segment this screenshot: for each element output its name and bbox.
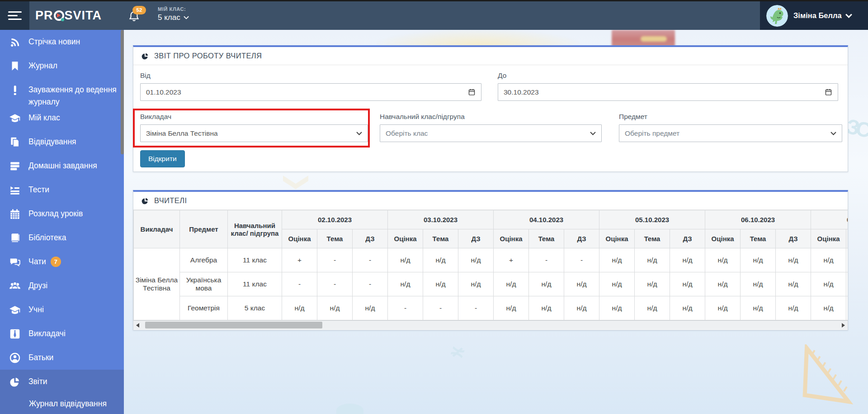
class-field: Навчальний клас/підгрупа Оберіть клас	[380, 113, 602, 142]
graduation-cap-icon	[9, 304, 21, 316]
grade-cell: -	[564, 248, 599, 272]
sidebar-item-label: Учні	[28, 304, 44, 316]
grade-cell: н/д	[599, 296, 635, 320]
date-header: 03.10.2023	[388, 210, 494, 229]
subject-cell: Алгебра	[180, 248, 228, 272]
my-class-dropdown[interactable]: МІЙ КЛАС: 5 клас	[158, 6, 189, 22]
users-icon	[9, 280, 21, 292]
sidebar-item-6[interactable]: Тести	[0, 178, 124, 202]
grade-cell: -	[317, 248, 353, 272]
sidebar-item-9[interactable]: Чати7	[0, 250, 124, 274]
grade-cell: -	[529, 248, 564, 272]
sidebar-item-8[interactable]: Бібліотека	[0, 226, 124, 250]
sidebar-item-0[interactable]: Стрічка новин	[0, 30, 124, 54]
sidebar-item-reports[interactable]: Звіти	[0, 370, 124, 394]
logo-play-icon	[54, 10, 64, 21]
horizontal-scrollbar-thumb[interactable]	[145, 322, 322, 328]
subject-label: Предмет	[619, 113, 842, 121]
sidebar-subitem-attendance-journal[interactable]: Журнал відвідування	[0, 394, 124, 414]
grade-cell: н/д	[388, 272, 423, 296]
teacher-select-value: Зіміна Белла Тестівна	[146, 129, 218, 138]
date-from-field: Від 01.10.2023	[140, 71, 481, 101]
subcolumn-header: Оцінка	[494, 229, 529, 248]
person-circle-icon	[9, 352, 21, 364]
sidebar-item-11[interactable]: Учні	[0, 298, 124, 322]
column-header-subject: Предмет	[180, 210, 228, 248]
table-row: Зіміна Белла ТестівнаАлгебра11 клас+--н/…	[134, 248, 848, 272]
teacher-field: Викладач Зіміна Белла Тестівна	[140, 113, 368, 142]
sidebar-item-7[interactable]: Розклад уроків	[0, 202, 124, 226]
sidebar-item-12[interactable]: Викладачі	[0, 322, 124, 346]
grade-cell: -	[458, 296, 494, 320]
grade-cell: н/д	[353, 296, 388, 320]
sidebar-item-5[interactable]: Домашні завдання	[0, 154, 124, 178]
class-cell: 11 клас	[228, 248, 282, 272]
app-logo: PRSVITA	[35, 1, 102, 30]
open-button[interactable]: Відкрити	[140, 150, 185, 167]
grade-cell: +	[282, 248, 317, 272]
my-class-value: 5 клас	[158, 13, 180, 22]
grade-cell: н/д	[599, 248, 635, 272]
date-to-field: До 30.10.2023	[498, 71, 838, 101]
decorative-set-square	[788, 344, 867, 414]
subcolumn-header: Оцінка	[705, 229, 741, 248]
grade-cell: н/д	[317, 296, 353, 320]
sidebar-item-4[interactable]: Відвідування	[0, 130, 124, 154]
grade-cell: -	[353, 248, 388, 272]
grade-cell: н/д	[811, 248, 846, 272]
pie-icon	[9, 376, 21, 388]
grade-cell: н/д	[776, 272, 811, 296]
subcolumn-header: ДЗ	[776, 229, 811, 248]
grade-cell: н/д	[564, 272, 599, 296]
calendar-icon	[9, 208, 21, 220]
grade-cell: н/д	[529, 296, 564, 320]
sidebar-item-1[interactable]: Журнал	[0, 54, 124, 78]
avatar	[766, 5, 788, 27]
sidebar-item-label: Чати	[28, 256, 46, 268]
grade-cell: н/д	[811, 296, 846, 320]
teacher-name-cell: Зіміна Белла Тестівна	[134, 248, 180, 320]
teachers-panel: ВЧИТЕЛІ ВикладачПредметНавчальний клас/ …	[133, 190, 848, 330]
decorative-chevron-shape	[283, 176, 308, 189]
class-cell: 11 клас	[228, 272, 282, 296]
chevron-down-icon	[845, 14, 852, 18]
class-select[interactable]: Оберіть клас	[380, 124, 602, 142]
sidebar-scrollbar-thumb[interactable]	[121, 30, 124, 154]
hamburger-menu-button[interactable]	[0, 1, 29, 30]
sidebar-item-10[interactable]: Друзі	[0, 274, 124, 298]
date-from-value: 01.10.2023	[146, 88, 181, 96]
sidebar-nav: Стрічка новинЖурналЗауваження до ведення…	[0, 30, 124, 414]
grade-cell: н/д	[741, 296, 776, 320]
grade-cell: н/д	[635, 248, 670, 272]
tests-icon	[9, 184, 21, 196]
decorative-teal-blob	[336, 404, 363, 414]
grade-cell: -	[423, 296, 458, 320]
class-label: Навчальний клас/підгрупа	[380, 113, 602, 121]
date-to-input[interactable]: 30.10.2023	[498, 83, 838, 101]
grade-cell: н/д	[705, 248, 741, 272]
date-from-input[interactable]: 01.10.2023	[140, 83, 481, 101]
sidebar-item-2[interactable]: Зауваження до ведення журналу	[0, 78, 124, 106]
teacher-label: Викладач	[140, 113, 368, 121]
teacher-select[interactable]: Зіміна Белла Тестівна	[140, 124, 368, 142]
panel-title: ВЧИТЕЛІ	[154, 196, 187, 205]
grade-cell: н/д	[564, 296, 599, 320]
scroll-right-arrow[interactable]	[842, 323, 845, 328]
exclamation-icon	[9, 84, 21, 96]
sidebar-item-3[interactable]: Мій клас	[0, 106, 124, 130]
subject-select[interactable]: Оберіть предмет	[619, 124, 842, 142]
sidebar-item-label: Звіти	[28, 376, 47, 388]
column-header-teacher: Викладач	[134, 210, 180, 248]
grade-cell	[846, 296, 848, 320]
grade-cell: -	[317, 272, 353, 296]
date-header: 04.10.2023	[494, 210, 599, 229]
grade-cell: +	[494, 248, 529, 272]
subcolumn-header: Тема	[635, 229, 670, 248]
subcolumn-header: Тема	[529, 229, 564, 248]
book-icon	[9, 232, 21, 244]
sidebar-item-13[interactable]: Батьки	[0, 346, 124, 370]
user-menu[interactable]: Зіміна Белла	[760, 1, 868, 30]
scroll-left-arrow[interactable]	[136, 323, 139, 328]
grade-cell: н/д	[635, 272, 670, 296]
date-header: 02.10.2023	[282, 210, 388, 229]
